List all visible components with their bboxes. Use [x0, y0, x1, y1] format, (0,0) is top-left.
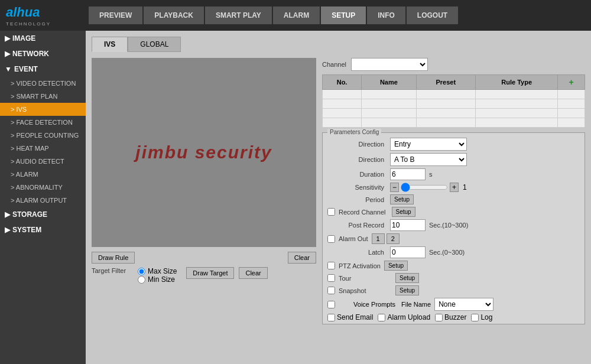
min-size-row: Min Size [138, 275, 177, 284]
slider-plus-icon[interactable]: + [450, 183, 459, 192]
sidebar-item-alarm-output[interactable]: > ALARM OUTPUT [0, 194, 86, 207]
nav-tab-setup[interactable]: SETUP [321, 6, 366, 24]
tour-checkbox[interactable] [327, 274, 335, 282]
col-add[interactable]: + [558, 75, 585, 90]
draw-rule-button[interactable]: Draw Rule [92, 252, 135, 264]
sidebar-item-face-detection[interactable]: > FACE DETECTION [0, 116, 86, 129]
latch-unit: Sec.(0~300) [429, 249, 465, 256]
tour-setup-button[interactable]: Setup [395, 273, 419, 283]
send-email-checkbox[interactable] [327, 314, 335, 321]
nav-tab-info[interactable]: INFO [367, 6, 405, 24]
sidebar-label-storage: STORAGE [12, 210, 47, 219]
col-preset: Preset [416, 75, 475, 90]
sidebar-arrow-system: ▶ [5, 226, 10, 234]
file-name-label: File Name [401, 301, 431, 308]
table-row-empty3 [323, 109, 585, 118]
sidebar-section-event[interactable]: ▼ EVENT [0, 61, 86, 77]
ptz-setup-button[interactable]: Setup [384, 261, 408, 271]
sensitivity-label: Sensitivity [327, 184, 387, 191]
buzzer-label: Buzzer [444, 313, 466, 321]
sidebar-item-people-counting[interactable]: > PEOPLE COUNTING [0, 129, 86, 142]
header: alhua TECHNOLOGY PREVIEW PLAYBACK SMART … [0, 0, 591, 31]
sensitivity-value: 1 [463, 183, 467, 191]
voice-checkbox[interactable] [327, 301, 335, 308]
sidebar-label-image: IMAGE [12, 34, 35, 43]
max-size-radio[interactable] [138, 268, 145, 275]
channel-row: Channel [322, 58, 585, 71]
content-area: IVS GLOBAL jimbu security Draw Rule Clea… [86, 31, 591, 364]
sidebar-item-heat-map[interactable]: > HEAT MAP [0, 142, 86, 155]
post-record-row: Post Record Sec.(10~300) [327, 219, 580, 231]
period-setup-button[interactable]: Setup [390, 194, 414, 204]
sidebar-section-network[interactable]: ▶ NETWORK [0, 46, 86, 61]
nav-tab-preview[interactable]: PREVIEW [89, 6, 142, 24]
channel-select[interactable] [351, 58, 428, 71]
record-channel-setup-button[interactable]: Setup [392, 207, 415, 217]
sidebar-item-abnormality[interactable]: > ABNORMALITY [0, 181, 86, 194]
tour-row: Tour Setup [327, 273, 580, 283]
add-icon[interactable]: + [569, 77, 574, 87]
left-panel: jimbu security Draw Rule Clear Target Fi… [92, 58, 316, 324]
alarm-btn-2[interactable]: 2 [387, 233, 400, 244]
alarm-upload-item: Alarm Upload [378, 313, 430, 321]
sidebar-item-smart-plan[interactable]: > SMART PLAN [0, 90, 86, 103]
duration-label: Duration [327, 171, 387, 178]
logo-sub: TECHNOLOGY [6, 21, 51, 27]
alarm-out-row: Alarm Out 1 2 [327, 233, 580, 244]
post-record-input[interactable] [390, 219, 426, 231]
clear2-button[interactable]: Clear [239, 267, 267, 279]
latch-input[interactable] [390, 246, 426, 258]
buzzer-checkbox[interactable] [435, 314, 443, 321]
post-record-unit: Sec.(10~300) [429, 222, 468, 229]
sensitivity-slider[interactable] [401, 183, 448, 192]
alarm-upload-checkbox[interactable] [378, 314, 385, 321]
tab-ivs[interactable]: IVS [92, 37, 128, 52]
filter-label: Target Filter [92, 267, 133, 274]
snapshot-checkbox[interactable] [327, 287, 335, 294]
watermark: jimbu security [135, 142, 272, 162]
table-row-empty2 [323, 99, 585, 109]
record-channel-checkbox[interactable] [327, 208, 335, 216]
params-config-box: Parameters Config Direction Entry Exit B… [322, 132, 585, 324]
params-title: Parameters Config [327, 129, 381, 135]
filter-row: Target Filter Max Size Min Size Draw [92, 267, 316, 284]
direction1-select[interactable]: Entry Exit Both [390, 138, 467, 151]
sidebar-item-video-detection[interactable]: > VIDEO DETECTION [0, 77, 86, 90]
nav-tab-alarm[interactable]: ALARM [273, 6, 320, 24]
snapshot-label: Snapshot [339, 287, 392, 294]
alarm-out-checkbox[interactable] [327, 235, 335, 243]
sidebar-section-storage[interactable]: ▶ STORAGE [0, 207, 86, 222]
snapshot-row: Snapshot Setup [327, 285, 580, 295]
latch-label: Latch [327, 249, 387, 256]
rule-table: No. Name Preset Rule Type + [322, 74, 585, 128]
draw-target-button[interactable]: Draw Target [186, 267, 234, 279]
clear1-button[interactable]: Clear [288, 252, 316, 264]
nav-tab-logout[interactable]: LOGOUT [407, 6, 458, 24]
sidebar-item-alarm[interactable]: > ALARM [0, 168, 86, 181]
voice-select[interactable]: None [434, 298, 493, 311]
log-checkbox[interactable] [471, 314, 479, 321]
tour-label: Tour [339, 275, 392, 282]
nav-tabs: PREVIEW PLAYBACK SMART PLAY ALARM SETUP … [89, 6, 458, 24]
duration-input[interactable] [390, 168, 426, 180]
send-email-item: Send Email [327, 313, 373, 321]
direction2-row: Direction A To B B To A Both [327, 153, 580, 166]
tab-global[interactable]: GLOBAL [128, 37, 181, 52]
sidebar-section-image[interactable]: ▶ IMAGE [0, 31, 86, 46]
sidebar-item-audio-detect[interactable]: > AUDIO DETECT [0, 155, 86, 168]
min-size-radio[interactable] [138, 276, 145, 284]
nav-tab-playback[interactable]: PLAYBACK [144, 6, 204, 24]
alarm-btn-1[interactable]: 1 [372, 233, 385, 244]
sidebar-item-ivs[interactable]: > IVS [0, 103, 86, 116]
alarm-out-label: Alarm Out [339, 235, 368, 242]
nav-tab-smartplay[interactable]: SMART PLAY [205, 6, 272, 24]
snapshot-setup-button[interactable]: Setup [395, 285, 419, 295]
direction2-select[interactable]: A To B B To A Both [390, 153, 467, 166]
col-rule-type: Rule Type [475, 75, 557, 90]
slider-minus-icon[interactable]: − [390, 183, 399, 192]
sidebar-section-system[interactable]: ▶ SYSTEM [0, 222, 86, 238]
sensitivity-row: Sensitivity − + 1 [327, 183, 580, 192]
sidebar-arrow-storage: ▶ [5, 210, 10, 219]
period-row: Period Setup [327, 194, 580, 204]
ptz-checkbox[interactable] [327, 262, 335, 269]
